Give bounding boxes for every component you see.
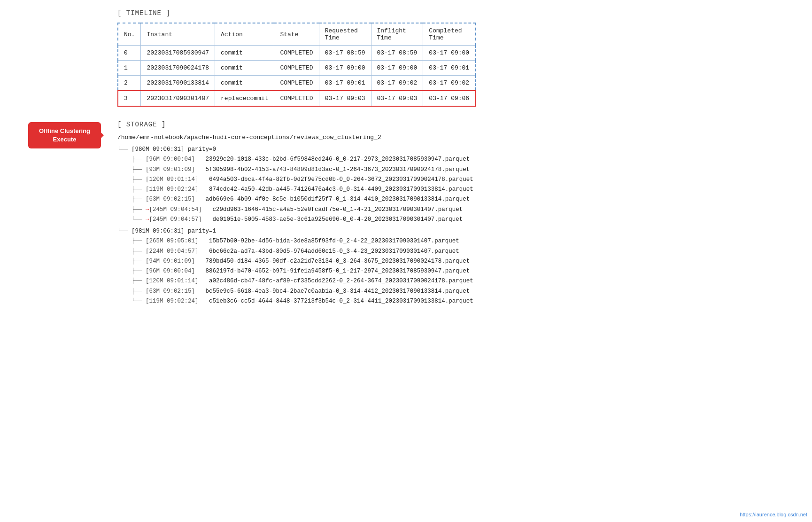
table-row: 2 20230317090133814 commit COMPLETED 03-… <box>118 76 475 91</box>
storage-label: [ STORAGE ] <box>117 121 798 128</box>
list-item: ├── [96M 09:00:04] 23929c20-1018-433c-b2… <box>117 155 798 164</box>
list-item: ├── [224M 09:04:57] 6bc66c2a-ad7a-43bd-8… <box>117 247 798 257</box>
cell-state: COMPLETED <box>274 46 319 61</box>
table-row: 3 20230317090301407 replacecommit COMPLE… <box>118 91 475 106</box>
cell-action: commit <box>215 61 274 76</box>
tree-prefix: └── <box>117 296 146 306</box>
col-action: Action <box>215 23 274 46</box>
cell-req-time: 03-17 09:00 <box>319 61 371 76</box>
cell-req-time: 03-17 09:03 <box>319 91 371 106</box>
tree-prefix: ├── <box>117 175 146 185</box>
parity1-header: └── [981M 09:06:31] parity=1 <box>117 226 798 236</box>
list-item: ├── [63M 09:02:15] bc55e9c5-6618-4ea3-9b… <box>117 287 798 296</box>
cell-no: 3 <box>118 91 141 106</box>
cell-req-time: 03-17 08:59 <box>319 46 371 61</box>
cell-completed: 03-17 09:02 <box>423 76 475 91</box>
cell-instant: 20230317090133814 <box>141 76 215 91</box>
cell-req-time: 03-17 09:01 <box>319 76 371 91</box>
tree-prefix: ├── <box>117 247 146 257</box>
cell-inflight: 03-17 09:00 <box>371 61 423 76</box>
arrow-icon: → <box>146 215 149 225</box>
list-item: ├── [119M 09:02:24] 874cdc42-4a50-42db-a… <box>117 185 798 195</box>
col-inflight-time: InflightTime <box>371 23 423 46</box>
cell-state: COMPLETED <box>274 61 319 76</box>
list-item: └── [119M 09:02:24] c51eb3c6-cc5d-4644-8… <box>117 296 798 306</box>
tree-prefix: ├── <box>117 236 146 246</box>
tree-prefix: ├── <box>117 155 146 164</box>
tree-prefix: ├── <box>117 276 146 286</box>
cell-no: 0 <box>118 46 141 61</box>
arrow-icon: → <box>146 205 149 215</box>
list-item: ├── [120M 09:01:14] a02c486d-cb47-48fc-a… <box>117 276 798 286</box>
list-item: ├── [120M 09:01:14] 6494a503-dbca-4f4a-8… <box>117 175 798 185</box>
list-item: ├── [63M 09:02:15] adb669e6-4b09-4f0e-8c… <box>117 195 798 204</box>
col-requested-time: RequestedTime <box>319 23 371 46</box>
table-row: 0 20230317085930947 commit COMPLETED 03-… <box>118 46 475 61</box>
cell-completed: 03-17 09:01 <box>423 61 475 76</box>
cell-state: COMPLETED <box>274 91 319 106</box>
storage-path: /home/emr-notebook/apache-hudi-core-conc… <box>117 134 798 141</box>
timeline-table: No. Instant Action State RequestedTime I… <box>117 23 476 107</box>
cell-action: replacecommit <box>215 91 274 106</box>
list-item: ├── [93M 09:01:09] 5f305998-4b02-4153-a7… <box>117 165 798 175</box>
col-state: State <box>274 23 319 46</box>
list-item: ├── → [245M 09:04:54] c29dd963-1646-415c… <box>117 205 798 215</box>
list-item: ├── [265M 09:05:01] 15b57b00-92be-4d56-b… <box>117 236 798 246</box>
tree-prefix: └── <box>117 215 146 225</box>
cell-inflight: 03-17 09:03 <box>371 91 423 106</box>
tree-prefix: ├── <box>117 195 146 204</box>
col-no: No. <box>118 23 141 46</box>
table-row: 1 20230317090024178 commit COMPLETED 03-… <box>118 61 475 76</box>
tree-prefix: ├── <box>117 165 146 175</box>
offline-clustering-label: Offline Clustering Execute <box>28 122 101 148</box>
cell-action: commit <box>215 46 274 61</box>
col-completed-time: CompletedTime <box>423 23 475 46</box>
cell-completed: 03-17 09:00 <box>423 46 475 61</box>
cell-no: 1 <box>118 61 141 76</box>
list-item: └── → [245M 09:04:57] de01051e-5005-4583… <box>117 215 798 225</box>
tree-prefix: ├── <box>117 257 146 266</box>
cell-completed: 03-17 09:06 <box>423 91 475 106</box>
cell-no: 2 <box>118 76 141 91</box>
cell-instant: 20230317085930947 <box>141 46 215 61</box>
tree-prefix: ├── <box>117 205 146 215</box>
cell-instant: 20230317090024178 <box>141 61 215 76</box>
cell-state: COMPLETED <box>274 76 319 91</box>
timeline-label: [ TIMELINE ] <box>117 9 798 17</box>
tree-prefix: ├── <box>117 185 146 195</box>
parity0-header: └── [980M 09:06:31] parity=0 <box>117 145 798 155</box>
col-instant: Instant <box>141 23 215 46</box>
cell-inflight: 03-17 09:02 <box>371 76 423 91</box>
cell-inflight: 03-17 08:59 <box>371 46 423 61</box>
cell-instant: 20230317090301407 <box>141 91 215 106</box>
list-item: ├── [96M 09:00:04] 8862197d-b470-4652-b9… <box>117 266 798 276</box>
tree-prefix: ├── <box>117 266 146 276</box>
cell-action: commit <box>215 76 274 91</box>
list-item: ├── [94M 09:01:09] 789bd450-d184-4365-90… <box>117 257 798 266</box>
file-tree: └── [980M 09:06:31] parity=0 ├── [96M 09… <box>117 145 798 306</box>
tree-prefix: ├── <box>117 287 146 296</box>
